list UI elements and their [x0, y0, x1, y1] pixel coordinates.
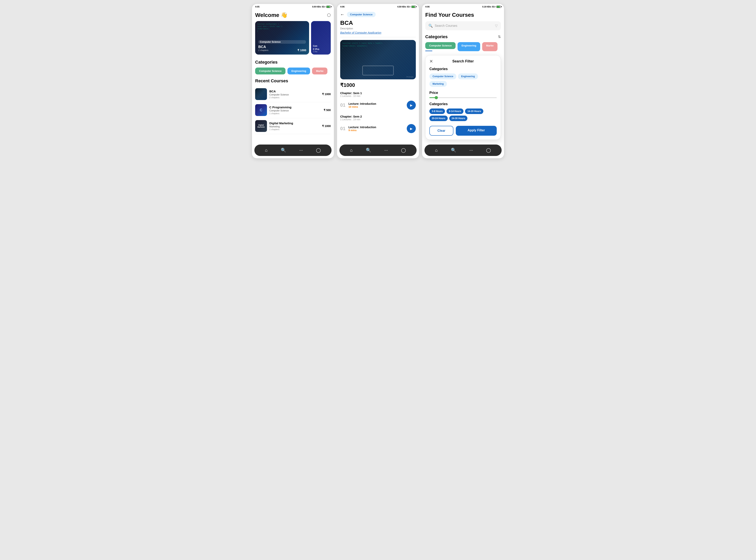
time-detail: 4:06 — [340, 5, 345, 8]
filter-category-chips: Computer Science Engineering Marketing — [429, 74, 497, 87]
nav-chat-detail-icon[interactable]: ··· — [382, 147, 390, 154]
lecture-title-1: Lecture: Introduction — [348, 102, 404, 105]
status-bar-home: 4:05 0.00 KB/s 5G+ — [252, 4, 334, 9]
chapter-2-meta: 1 Lectures . 19 min — [340, 118, 416, 121]
status-bar-find: 4:06 0.18 KB/s 5G+ — [422, 4, 504, 9]
bottom-nav-detail: ⌂ 🔍 ··· ◯ — [340, 144, 416, 156]
detail-course-title: BCA — [340, 20, 416, 26]
nav-search-find-icon[interactable]: 🔍 — [449, 147, 458, 154]
price-slider[interactable] — [429, 97, 497, 98]
nav-home-icon[interactable]: ⌂ — [263, 147, 269, 154]
nav-home-find-icon[interactable]: ⌂ — [433, 147, 440, 154]
lecture-2-1: 01 Lecture: Introduction 9 mins ▶ — [340, 122, 416, 135]
course-ch-dm: 1 chapters — [269, 128, 320, 131]
filter-panel: ✕ Search Filter Categories Computer Scie… — [425, 55, 501, 140]
categories-title-find: Categories — [425, 34, 448, 39]
course-price-bca: ₹ 1000 — [322, 93, 331, 96]
filter-chip-mkt[interactable]: Marketing — [429, 81, 447, 87]
battery-find — [496, 6, 501, 8]
status-bar-detail: 4:06 4.58 KB/s 5G+ — [337, 4, 419, 9]
chapter-2-title: Chapter: Sem 2 — [340, 115, 416, 118]
nav-profile-icon[interactable]: ◯ — [314, 147, 323, 154]
course-ch-cprog: 1 chapters — [269, 112, 321, 115]
play-button-2[interactable]: ▶ — [407, 124, 416, 133]
categories-section: Categories ⇅ Computer Science Engineerin… — [425, 34, 501, 51]
banner-price: ₹ 1000 — [298, 48, 306, 52]
find-title: Find Your Courses — [425, 12, 501, 18]
info-cprog: C Programming Computer Science 1 chapter… — [269, 105, 321, 115]
logout-icon[interactable]: ⬡ — [327, 13, 331, 18]
categories-header: Categories ⇅ — [425, 34, 501, 39]
filter-title: Search Filter — [452, 59, 474, 63]
time-home: 4:05 — [255, 5, 260, 8]
hours-chip-24-30[interactable]: 24-30 Hours — [449, 116, 468, 121]
chapter-1: Chapter: Sem 1 1 Lectures . 10 min 01 Le… — [340, 92, 416, 112]
detail-desc-label: Description — [340, 27, 416, 30]
hours-chip-14-20[interactable]: 14-20 Hours — [465, 108, 483, 114]
lecture-1-1: 01 Lecture: Introduction 10 mins ▶ — [340, 99, 416, 112]
main-banner[interactable]: function initSystem() { const data = fet… — [255, 21, 309, 55]
cat-chip-cs-find[interactable]: Computer Science — [425, 42, 455, 49]
sort-icon[interactable]: ⇅ — [498, 35, 501, 39]
cat-chip-eng-find[interactable]: Engineering — [457, 42, 480, 51]
filter-cat-title: Categories — [429, 67, 497, 71]
search-input[interactable]: Search Courses — [435, 24, 493, 27]
categories-row-home: Computer Science Engineering Marke — [255, 67, 331, 75]
lecture-info-1: Lecture: Introduction 10 mins — [348, 102, 404, 108]
home-screen: 4:05 0.00 KB/s 5G+ Welcome 👋 ⬡ fun — [252, 4, 334, 158]
course-ch-bca: 2 chapters — [269, 96, 320, 99]
hours-chip-20-24[interactable]: 20-24 Hours — [429, 116, 448, 121]
categories-title-home: Categories — [255, 60, 331, 65]
thumb-bca — [255, 88, 267, 100]
cat-chip-cs-home[interactable]: Computer Science — [255, 67, 285, 75]
image-code-lines: function init() { const data = load(); r… — [342, 42, 414, 50]
filter-chip-eng[interactable]: Engineering — [458, 74, 478, 79]
course-item-dm[interactable]: DigitalMarketin Digital Marketing Market… — [255, 118, 331, 134]
hours-chip-3-8[interactable]: 3-8 Hours — [429, 108, 445, 114]
signal-find: 5G+ — [492, 6, 496, 8]
filter-icon[interactable]: ▽ — [495, 24, 498, 28]
filter-actions: Clear Apply Filter — [429, 126, 497, 136]
breadcrumb-chip[interactable]: Computer Science — [347, 12, 376, 17]
recent-title: Recent Courses — [255, 78, 331, 83]
nav-profile-detail-icon[interactable]: ◯ — [399, 147, 408, 154]
info-bca: BCA Computer Science 2 chapters — [269, 89, 320, 99]
detail-subtitle: Bachelor of Computer Applicarion — [340, 31, 416, 34]
side-banner[interactable]: Com C Pro 1 cha — [311, 21, 331, 55]
hours-chip-8-14[interactable]: 8-14 Hours — [447, 108, 464, 114]
cat-chip-mark-find[interactable]: Marke — [482, 42, 497, 51]
cat-chip-mark-home[interactable]: Marke — [312, 67, 327, 75]
filter-chip-cs[interactable]: Computer Science — [429, 74, 456, 79]
recent-courses-list: BCA Computer Science 2 chapters ₹ 1000 C… — [255, 86, 331, 134]
play-button-1[interactable]: ▶ — [407, 101, 416, 110]
search-bar[interactable]: 🔍 Search Courses ▽ — [425, 21, 501, 30]
network-detail: 4.58 KB/s — [397, 6, 406, 8]
course-name-cprog: C Programming — [269, 105, 321, 109]
battery-home — [326, 6, 331, 8]
back-button[interactable]: ← — [340, 12, 345, 17]
nav-search-icon[interactable]: 🔍 — [279, 147, 288, 154]
welcome-emoji: 👋 — [281, 12, 288, 18]
cat-chip-eng-home[interactable]: Engineering — [287, 67, 310, 75]
course-item-cprog[interactable]: C C Programming Computer Science 1 chapt… — [255, 102, 331, 118]
clear-button[interactable]: Clear — [429, 126, 453, 136]
network-find: 0.18 KB/s — [482, 6, 491, 8]
course-image: function init() { const data = load(); r… — [340, 40, 416, 79]
thumb-cprog: C — [255, 104, 267, 116]
find-screen: 4:06 0.18 KB/s 5G+ Find Your Courses 🔍 S… — [422, 4, 504, 158]
course-item-bca[interactable]: BCA Computer Science 2 chapters ₹ 1000 — [255, 86, 331, 102]
lecture-num-2: 01 — [340, 126, 346, 131]
filter-close-button[interactable]: ✕ — [429, 59, 433, 64]
hours-chips: 3-8 Hours 8-14 Hours 14-20 Hours 20-24 H… — [429, 108, 497, 121]
banners-row: function initSystem() { const data = fet… — [255, 21, 331, 56]
chapter-1-title: Chapter: Sem 1 — [340, 92, 416, 95]
nav-search-detail-icon[interactable]: 🔍 — [364, 147, 373, 154]
nav-home-detail-icon[interactable]: ⌂ — [348, 147, 354, 154]
battery-detail — [411, 6, 416, 8]
divider — [340, 37, 416, 37]
code-decoration: function initSystem() { const data = fet… — [257, 23, 307, 33]
nav-chat-icon[interactable]: ··· — [297, 147, 305, 154]
apply-filter-button[interactable]: Apply Filter — [456, 126, 497, 136]
nav-chat-find-icon[interactable]: ··· — [467, 147, 475, 154]
nav-profile-find-icon[interactable]: ◯ — [484, 147, 493, 154]
